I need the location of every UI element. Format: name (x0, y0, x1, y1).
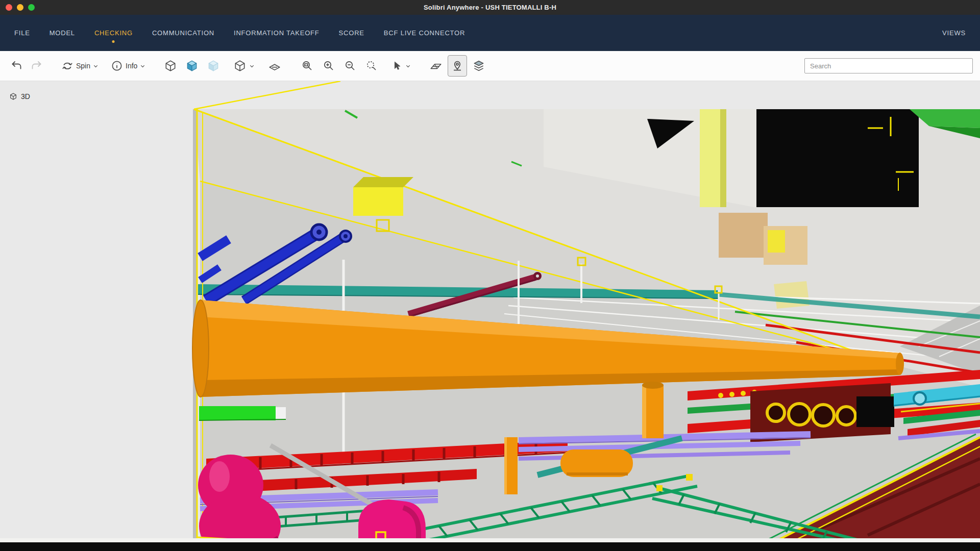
footprint-tool-button[interactable] (448, 55, 467, 77)
menu-communication[interactable]: COMMUNICATION (151, 24, 215, 42)
window-title: Solibri Anywhere - USH TIETOMALLI B-H (0, 4, 980, 11)
chevron-down-icon (405, 63, 411, 69)
zoom-out-icon (344, 60, 356, 72)
3d-cube-icon (9, 92, 17, 101)
selection-basket-cube-button[interactable] (182, 55, 202, 77)
info-icon (111, 60, 123, 72)
section-plane-icon (429, 59, 443, 72)
section-plane-button[interactable] (426, 55, 446, 77)
menu-score[interactable]: SCORE (338, 24, 365, 42)
menu-model[interactable]: MODEL (48, 24, 76, 42)
view-mode-label: 3D (9, 92, 30, 101)
zoom-extents-button[interactable] (362, 55, 381, 77)
bim-model-canvas[interactable] (0, 81, 980, 551)
redo-button[interactable] (27, 55, 46, 77)
spin-rotate-icon (61, 60, 74, 72)
info-label: Info (126, 62, 137, 70)
menu-information-takeoff[interactable]: INFORMATION TAKEOFF (233, 24, 321, 42)
select-tool-button[interactable] (389, 55, 413, 77)
redo-icon (30, 60, 42, 72)
hide-selection-cube-button[interactable] (204, 55, 223, 77)
select-cursor-icon (391, 60, 403, 71)
view-mode-text: 3D (21, 92, 30, 101)
menu-items: FILE MODEL CHECKING COMMUNICATION INFORM… (13, 24, 466, 42)
footprint-map-icon (451, 60, 463, 72)
macos-titlebar: Solibri Anywhere - USH TIETOMALLI B-H (0, 0, 980, 15)
spin-tool-button[interactable]: Spin (59, 55, 101, 77)
solibri-window: Solibri Anywhere - USH TIETOMALLI B-H FI… (0, 0, 980, 551)
cube-light-icon (207, 59, 220, 72)
zoom-window-button[interactable] (298, 55, 317, 77)
zoom-in-icon (323, 60, 335, 72)
chevron-down-icon (140, 63, 145, 69)
menu-views[interactable]: VIEWS (941, 24, 967, 42)
menu-checking[interactable]: CHECKING (93, 24, 134, 42)
spin-label: Spin (76, 62, 90, 70)
plane-icon (268, 59, 281, 72)
chevron-down-icon (249, 63, 255, 69)
3d-viewport[interactable]: 3D (0, 81, 980, 551)
floor-plane-button[interactable] (265, 55, 284, 77)
view-presets-button[interactable] (231, 55, 257, 77)
main-menubar: FILE MODEL CHECKING COMMUNICATION INFORM… (0, 15, 980, 51)
menu-file[interactable]: FILE (13, 24, 31, 42)
cube-filled-icon (185, 59, 199, 72)
zoom-in-button[interactable] (319, 55, 338, 77)
cube-dropdown-icon (233, 59, 247, 72)
zoom-out-button[interactable] (340, 55, 360, 77)
menu-bcf-live-connector[interactable]: BCF LIVE CONNECTOR (383, 24, 466, 42)
zoom-window-icon (301, 60, 313, 72)
info-tool-button[interactable]: Info (109, 55, 148, 77)
undo-icon (11, 60, 23, 72)
layers-icon (472, 59, 485, 72)
model-green-bar (199, 406, 286, 420)
toolbar: Spin Info (0, 51, 980, 81)
chevron-down-icon (93, 63, 99, 69)
cube-icon (164, 59, 177, 72)
zoom-extents-icon (365, 60, 378, 72)
model-bottom-strip (0, 537, 980, 551)
search-input[interactable] (804, 58, 973, 73)
layers-button[interactable] (469, 55, 488, 77)
undo-button[interactable] (7, 55, 27, 77)
toolbar-search (804, 58, 973, 73)
show-all-cube-button[interactable] (161, 55, 180, 77)
